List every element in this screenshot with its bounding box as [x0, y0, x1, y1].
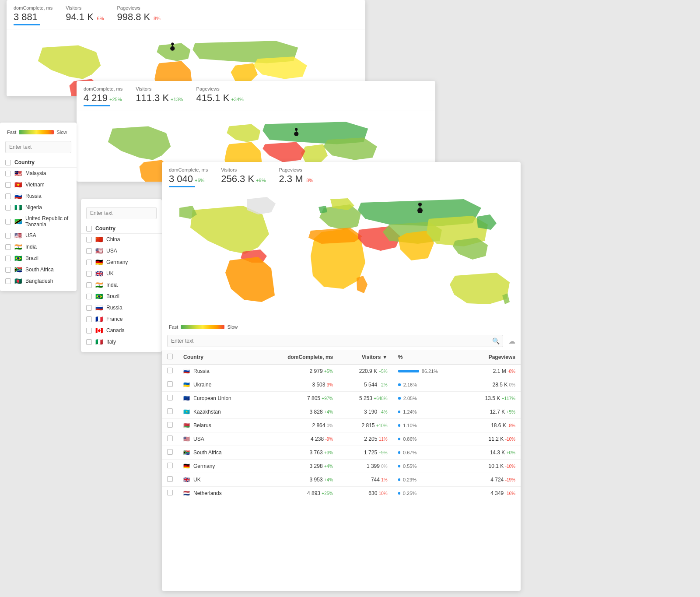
item-checkbox[interactable]	[86, 260, 92, 265]
item-checkbox[interactable]	[5, 256, 11, 261]
data-table: Country domComplete, ms Visitors ▼ % Pag…	[162, 350, 521, 500]
country-filter-item[interactable]: 🇩🇪Germany	[81, 256, 162, 268]
search-input-s2[interactable]	[86, 207, 157, 219]
col-checkbox[interactable]	[162, 350, 178, 365]
pv-change: -8%	[508, 423, 515, 428]
item-checkbox[interactable]	[5, 267, 11, 273]
pageviews-cell: 10.1 K -10%	[463, 460, 521, 473]
table-row: 🇺🇦 Ukraine 3 503 3% 5 544 +2% 2.16% 28.5…	[162, 378, 521, 392]
item-checkbox[interactable]	[86, 271, 92, 277]
country-filter-item[interactable]: 🇬🇧UK	[81, 268, 162, 279]
item-checkbox[interactable]	[5, 219, 11, 225]
row-checkbox-cell[interactable]	[162, 365, 178, 378]
visitors-change-1: -6%	[95, 16, 104, 21]
search-input-s1[interactable]	[5, 141, 71, 153]
row-checkbox[interactable]	[167, 408, 173, 414]
country-filter-item[interactable]: 🇺🇸USA	[81, 245, 162, 256]
table-row: 🇩🇪 Germany 3 298 +4% 1 399 0% 0.55% 10.1…	[162, 460, 521, 473]
col-domcomplete-header[interactable]: domComplete, ms	[260, 350, 338, 365]
visitors-cell: 220.9 K +5%	[338, 365, 393, 378]
visitors-metric-1: Visitors 94.1 K-6%	[66, 5, 104, 23]
col-pageviews-header[interactable]: Pageviews	[463, 350, 521, 365]
select-all-checkbox-s1[interactable]	[5, 160, 11, 165]
country-filter-item[interactable]: 🇻🇳Vietnam	[0, 179, 77, 190]
item-checkbox[interactable]	[86, 339, 92, 345]
row-checkbox[interactable]	[167, 422, 173, 428]
pv-change: 0%	[509, 383, 515, 387]
row-checkbox[interactable]	[167, 381, 173, 387]
col-visitors-header[interactable]: Visitors ▼	[338, 350, 393, 365]
percent-cell: 2.05%	[393, 392, 463, 405]
country-filter-item[interactable]: 🇷🇺Russia	[0, 190, 77, 202]
country-filter-item[interactable]: 🇷🇺Russia	[81, 302, 162, 313]
country-filter-item[interactable]: 🇧🇷Brazil	[81, 291, 162, 302]
row-checkbox[interactable]	[167, 395, 173, 400]
row-checkbox-cell[interactable]	[162, 460, 178, 473]
pageviews-value-2: 415.1 K+34%	[196, 92, 244, 104]
dc-change: +4%	[324, 478, 333, 482]
item-checkbox[interactable]	[5, 233, 11, 239]
country-filter-item[interactable]: 🇫🇷France	[81, 313, 162, 325]
row-checkbox-cell[interactable]	[162, 473, 178, 487]
country-filter-item[interactable]: 🇳🇬Nigeria	[0, 202, 77, 213]
country-name: Brazil	[25, 255, 38, 261]
row-checkbox[interactable]	[167, 449, 173, 455]
row-checkbox[interactable]	[167, 435, 173, 441]
row-checkbox-cell[interactable]	[162, 446, 178, 460]
row-checkbox[interactable]	[167, 368, 173, 373]
item-checkbox[interactable]	[86, 328, 92, 334]
item-checkbox[interactable]	[5, 193, 11, 199]
country-filter-item[interactable]: 🇨🇳China	[81, 234, 162, 245]
row-checkbox-cell[interactable]	[162, 432, 178, 446]
select-all-table-checkbox[interactable]	[167, 354, 173, 359]
country-filter-item[interactable]: 🇧🇩Bangladesh	[0, 275, 77, 287]
country-filter-item[interactable]: 🇹🇿United Republic of Tanzania	[0, 213, 77, 230]
percent-text: 0.67%	[403, 450, 416, 455]
item-checkbox[interactable]	[5, 182, 11, 188]
item-checkbox[interactable]	[86, 248, 92, 254]
col-country-header[interactable]: Country	[178, 350, 260, 365]
search-wrap-s2[interactable]	[81, 204, 162, 223]
country-filter-item[interactable]: 🇺🇸USA	[0, 230, 77, 241]
item-checkbox[interactable]	[86, 282, 92, 288]
item-checkbox[interactable]	[86, 237, 92, 242]
select-all-checkbox-s2[interactable]	[86, 226, 92, 232]
country-flag: 🇨🇳	[95, 236, 103, 243]
item-checkbox[interactable]	[5, 244, 11, 250]
percent-text: 2.16%	[403, 382, 417, 387]
pageviews-metric-2: Pageviews 415.1 K+34%	[196, 86, 244, 104]
row-checkbox[interactable]	[167, 490, 173, 495]
pageviews-cell: 28.5 K 0%	[463, 378, 521, 392]
country-filter-item[interactable]: 🇮🇳India	[81, 279, 162, 291]
svg-point-2	[171, 42, 174, 45]
cloud-upload-icon[interactable]: ☁	[508, 337, 515, 345]
item-checkbox[interactable]	[5, 205, 11, 211]
row-checkbox-cell[interactable]	[162, 405, 178, 419]
item-checkbox[interactable]	[5, 278, 11, 284]
domcomplete-label-1: domComplete, ms	[14, 5, 52, 11]
item-checkbox[interactable]	[86, 294, 92, 299]
country-filter-item[interactable]: 🇮🇹Italy	[81, 336, 162, 348]
table-search-input[interactable]	[167, 335, 503, 347]
country-filter-item[interactable]: 🇮🇳India	[0, 241, 77, 253]
country-filter-item[interactable]: 🇿🇦South Africa	[0, 264, 77, 275]
item-checkbox[interactable]	[86, 305, 92, 311]
row-checkbox[interactable]	[167, 476, 173, 482]
row-checkbox-cell[interactable]	[162, 419, 178, 432]
visitors-cell: 1 725 +9%	[338, 446, 393, 460]
search-icon: 🔍	[492, 337, 500, 344]
row-checkbox-cell[interactable]	[162, 378, 178, 392]
country-filter-item[interactable]: 🇧🇷Brazil	[0, 253, 77, 264]
row-checkbox[interactable]	[167, 463, 173, 468]
row-checkbox-cell[interactable]	[162, 487, 178, 500]
item-checkbox[interactable]	[5, 171, 11, 176]
table-search-wrap[interactable]: 🔍	[167, 335, 503, 347]
row-checkbox-cell[interactable]	[162, 392, 178, 405]
country-filter-item[interactable]: 🇨🇦Canada	[81, 325, 162, 336]
pageviews-change-1: -8%	[152, 16, 161, 21]
search-wrap-s1[interactable]	[0, 137, 77, 157]
item-checkbox[interactable]	[86, 316, 92, 322]
pageviews-metric-1: Pageviews 998.8 K-8%	[117, 5, 160, 23]
col-percent-header[interactable]: %	[393, 350, 463, 365]
country-filter-item[interactable]: 🇲🇾Malaysia	[0, 168, 77, 179]
